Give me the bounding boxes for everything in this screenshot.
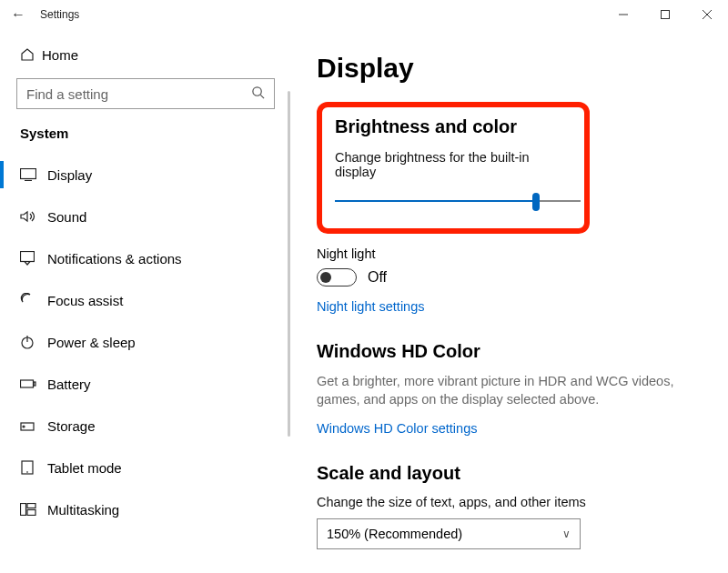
sidebar-item-notifications[interactable]: Notifications & actions	[0, 237, 291, 279]
sidebar-item-power-sleep[interactable]: Power & sleep	[0, 321, 291, 363]
sidebar-item-label: Storage	[47, 418, 96, 434]
home-link[interactable]: Home	[0, 36, 291, 73]
battery-icon	[20, 378, 47, 389]
home-label: Home	[42, 47, 78, 63]
sidebar-item-label: Power & sleep	[47, 335, 136, 350]
hd-color-desc: Get a brighter, more vibrant picture in …	[317, 373, 699, 408]
sound-icon	[20, 210, 47, 223]
sidebar-item-label: Notifications & actions	[47, 251, 182, 266]
sidebar-section-title: System	[0, 124, 291, 154]
svg-rect-17	[21, 504, 26, 516]
svg-line-5	[260, 95, 264, 98]
sidebar-item-label: Display	[47, 167, 92, 183]
night-light-state: Off	[368, 269, 387, 286]
back-button[interactable]: ←	[0, 6, 36, 23]
maximize-button[interactable]	[644, 0, 686, 29]
svg-point-14	[23, 426, 25, 427]
slider-thumb[interactable]	[532, 193, 540, 211]
sidebar-item-storage[interactable]: Storage	[0, 405, 291, 447]
svg-rect-19	[27, 510, 35, 516]
svg-rect-11	[21, 380, 34, 387]
multitasking-icon	[20, 503, 47, 516]
notifications-icon	[20, 251, 47, 266]
svg-rect-18	[27, 504, 35, 508]
minimize-button[interactable]	[602, 0, 644, 29]
night-light-toggle[interactable]	[317, 268, 357, 286]
scale-label: Change the size of text, apps, and other…	[317, 495, 703, 509]
svg-rect-1	[662, 11, 670, 19]
sidebar-item-label: Focus assist	[47, 293, 123, 308]
sidebar-item-focus-assist[interactable]: Focus assist	[0, 279, 291, 321]
chevron-down-icon: ∨	[562, 528, 571, 540]
window-title: Settings	[40, 8, 79, 21]
power-icon	[20, 335, 47, 349]
night-light-label: Night light	[317, 246, 703, 261]
brightness-heading: Brightness and color	[335, 116, 571, 137]
sidebar-item-label: Sound	[47, 209, 86, 225]
toggle-knob	[320, 272, 331, 283]
sidebar-item-label: Battery	[47, 377, 91, 392]
scale-value: 150% (Recommended)	[327, 527, 462, 541]
sidebar-item-label: Tablet mode	[47, 460, 122, 476]
sidebar-item-label: Multitasking	[47, 502, 119, 518]
focus-assist-icon	[20, 293, 47, 307]
storage-icon	[20, 418, 47, 433]
sidebar-item-multitasking[interactable]: Multitasking	[0, 488, 291, 530]
sidebar-item-tablet-mode[interactable]: Tablet mode	[0, 447, 291, 488]
scale-heading: Scale and layout	[317, 463, 703, 484]
svg-point-4	[253, 87, 261, 96]
sidebar-item-display[interactable]: Display	[0, 154, 291, 196]
hd-color-settings-link[interactable]: Windows HD Color settings	[317, 421, 703, 436]
home-icon	[20, 47, 42, 62]
search-icon	[251, 85, 265, 102]
sidebar-item-battery[interactable]: Battery	[0, 363, 291, 405]
svg-rect-6	[21, 169, 36, 179]
brightness-slider[interactable]	[335, 190, 581, 212]
page-title: Display	[317, 53, 703, 84]
hd-color-heading: Windows HD Color	[317, 341, 703, 362]
scale-dropdown[interactable]: 150% (Recommended) ∨	[317, 518, 581, 549]
tablet-icon	[20, 460, 47, 475]
close-button[interactable]	[686, 0, 728, 29]
search-placeholder: Find a setting	[26, 86, 108, 102]
night-light-settings-link[interactable]: Night light settings	[317, 299, 703, 314]
svg-rect-12	[34, 382, 35, 386]
display-icon	[20, 168, 47, 181]
svg-rect-8	[21, 252, 35, 262]
sidebar-scrollbar[interactable]	[288, 91, 290, 437]
search-input[interactable]: Find a setting	[16, 78, 275, 109]
sidebar-item-sound[interactable]: Sound	[0, 196, 291, 237]
brightness-highlight-box: Brightness and color Change brightness f…	[317, 102, 590, 234]
slider-fill	[335, 200, 536, 202]
brightness-label: Change brightness for the built-in displ…	[335, 150, 571, 179]
